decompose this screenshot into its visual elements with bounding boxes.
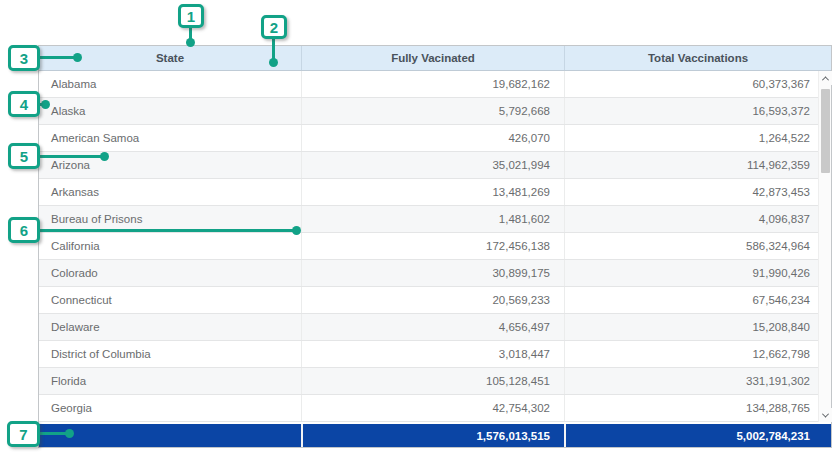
cell-state: American Samoa: [39, 125, 301, 151]
cell-fully-vaccinated: 30,899,175: [301, 260, 564, 286]
cell-total-vaccinations: 586,324,964: [564, 233, 831, 259]
cell-state: Delaware: [39, 314, 301, 340]
table-row[interactable]: American Samoa 426,070 1,264,522: [39, 125, 831, 152]
annotation-dot-7: [65, 429, 74, 438]
cell-state: California: [39, 233, 301, 259]
scroll-down-button[interactable]: [819, 408, 832, 422]
annotation-marker-4: 4: [8, 91, 40, 117]
table-body: Alabama 19,682,162 60,373,367 Alaska 5,7…: [39, 71, 831, 422]
annotation-connector-2: [272, 39, 275, 60]
cell-fully-vaccinated: 19,682,162: [301, 71, 564, 97]
annotation-marker-3: 3: [8, 45, 40, 71]
cell-fully-vaccinated: 105,128,451: [301, 368, 564, 394]
table-row[interactable]: Alabama 19,682,162 60,373,367: [39, 71, 831, 98]
table-row[interactable]: District of Columbia 3,018,447 12,662,79…: [39, 341, 831, 368]
annotation-dot-2: [269, 58, 278, 67]
cell-total-vaccinations: 4,096,837: [564, 206, 831, 232]
annotation-connector-6: [40, 229, 295, 232]
table-row[interactable]: Arizona 35,021,994 114,962,359: [39, 152, 831, 179]
cell-fully-vaccinated: 35,021,994: [301, 152, 564, 178]
table-row[interactable]: California 172,456,138 586,324,964: [39, 233, 831, 260]
cell-total-vaccinations: 12,662,798: [564, 341, 831, 367]
cell-fully-vaccinated: 1,481,602: [301, 206, 564, 232]
column-header-fully-vaccinated[interactable]: Fully Vacinated: [301, 46, 564, 70]
annotation-dot-6: [292, 226, 301, 235]
cell-fully-vaccinated: 426,070: [301, 125, 564, 151]
total-cell-fully-vaccinated: 1,576,013,515: [301, 424, 564, 447]
cell-fully-vaccinated: 4,656,497: [301, 314, 564, 340]
column-header-total-vaccinations[interactable]: Total Vaccinations: [564, 46, 831, 70]
table-row[interactable]: Florida 105,128,451 331,191,302: [39, 368, 831, 395]
annotation-connector-7: [40, 432, 68, 435]
cell-total-vaccinations: 15,208,840: [564, 314, 831, 340]
table-row[interactable]: Colorado 30,899,175 91,990,426: [39, 260, 831, 287]
cell-fully-vaccinated: 172,456,138: [301, 233, 564, 259]
cell-state: Connecticut: [39, 287, 301, 313]
cell-total-vaccinations: 1,264,522: [564, 125, 831, 151]
cell-fully-vaccinated: 3,018,447: [301, 341, 564, 367]
table-row[interactable]: Alaska 5,792,668 16,593,372: [39, 98, 831, 125]
cell-total-vaccinations: 16,593,372: [564, 98, 831, 124]
cell-total-vaccinations: 331,191,302: [564, 368, 831, 394]
total-cell-state: [39, 424, 301, 447]
annotation-marker-7: 7: [7, 421, 40, 447]
cell-fully-vaccinated: 20,569,233: [301, 287, 564, 313]
table-row[interactable]: Delaware 4,656,497 15,208,840: [39, 314, 831, 341]
cell-state: Colorado: [39, 260, 301, 286]
annotation-marker-1: 1: [178, 4, 204, 28]
cell-state: Arkansas: [39, 179, 301, 205]
annotation-marker-5: 5: [8, 143, 40, 169]
table-row[interactable]: Georgia 42,754,302 134,288,765: [39, 395, 831, 422]
cell-total-vaccinations: 91,990,426: [564, 260, 831, 286]
cell-total-vaccinations: 67,546,234: [564, 287, 831, 313]
vertical-scrollbar[interactable]: [818, 71, 831, 422]
table-header-row: State Fully Vacinated Total Vaccinations: [39, 46, 831, 71]
cell-total-vaccinations: 42,873,453: [564, 179, 831, 205]
cell-state: Alaska: [39, 98, 301, 124]
cell-state: Florida: [39, 368, 301, 394]
cell-state: District of Columbia: [39, 341, 301, 367]
scroll-up-button[interactable]: [819, 71, 832, 85]
annotation-connector-5: [40, 155, 103, 158]
chevron-down-icon: [822, 410, 829, 417]
total-cell-total-vaccinations: 5,002,784,231: [564, 424, 831, 447]
cell-fully-vaccinated: 42,754,302: [301, 395, 564, 421]
annotation-dot-1: [186, 38, 195, 47]
cell-fully-vaccinated: 13,481,269: [301, 179, 564, 205]
table-row[interactable]: Connecticut 20,569,233 67,546,234: [39, 287, 831, 314]
annotation-connector-3: [40, 56, 76, 59]
annotation-marker-6: 6: [8, 217, 40, 243]
scrollbar-thumb[interactable]: [821, 89, 830, 173]
annotation-dot-3: [73, 53, 82, 62]
cell-fully-vaccinated: 5,792,668: [301, 98, 564, 124]
table-row[interactable]: Arkansas 13,481,269 42,873,453: [39, 179, 831, 206]
vaccinations-table: State Fully Vacinated Total Vaccinations…: [38, 45, 832, 448]
annotation-dot-5: [100, 152, 109, 161]
cell-total-vaccinations: 60,373,367: [564, 71, 831, 97]
cell-state: Alabama: [39, 71, 301, 97]
cell-total-vaccinations: 114,962,359: [564, 152, 831, 178]
cell-state: Georgia: [39, 395, 301, 421]
chevron-up-icon: [822, 76, 829, 83]
annotation-dot-4: [41, 100, 50, 109]
table-total-row: 1,576,013,515 5,002,784,231: [39, 424, 831, 447]
annotation-marker-2: 2: [261, 15, 287, 39]
cell-total-vaccinations: 134,288,765: [564, 395, 831, 421]
